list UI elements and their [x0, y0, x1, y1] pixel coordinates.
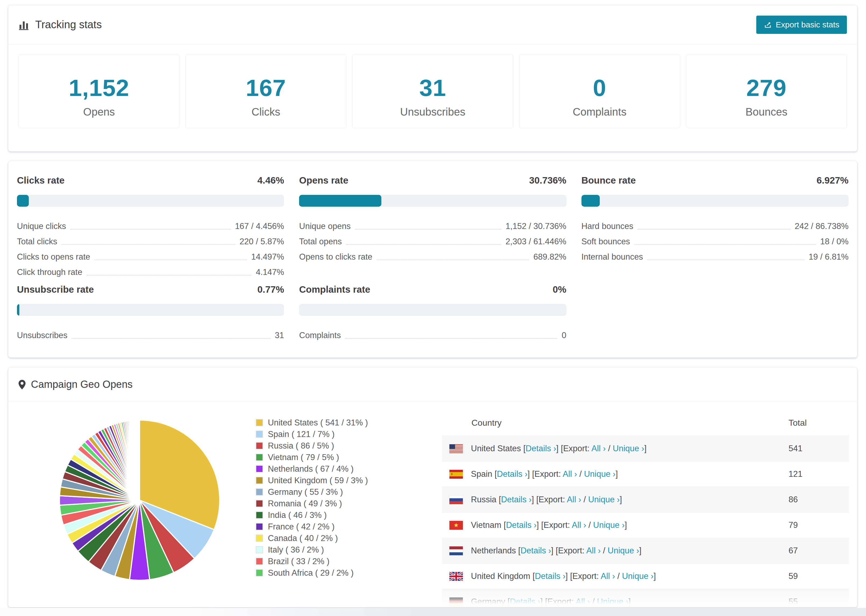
- country-name: United States: [471, 444, 523, 453]
- export-unique-link[interactable]: Unique ›: [597, 597, 628, 606]
- rate-row-value: 2,303 / 61.446%: [505, 237, 567, 247]
- legend-item: Canada ( 40 / 2% ): [256, 533, 406, 544]
- rate-row-label: Opens to clicks rate: [299, 252, 372, 262]
- table-row-es: Spain [Details ›] [Export: All › / Uniqu…: [442, 461, 849, 487]
- summary-stat-box-opens: 1,152Opens: [19, 54, 179, 128]
- bracket-text: /: [581, 495, 588, 504]
- export-unique-link[interactable]: Unique ›: [622, 571, 653, 581]
- dotted-leader: [638, 229, 790, 229]
- country-cell: Russia [Details ›] [Export: All › / Uniq…: [442, 495, 789, 504]
- bracket-text: /: [601, 546, 608, 555]
- rate-row-value: 242 / 86.738%: [795, 222, 849, 232]
- bracket-text: ]: [620, 495, 622, 504]
- rate-row: Hard bounces242 / 86.738%: [581, 216, 849, 232]
- summary-stat-value: 1,152: [19, 74, 179, 102]
- export-all-link[interactable]: All ›: [591, 444, 606, 453]
- export-all-link[interactable]: All ›: [601, 571, 615, 581]
- export-all-link[interactable]: All ›: [563, 469, 577, 479]
- legend-item: Romania ( 49 / 3% ): [256, 498, 406, 509]
- total-cell: 121: [789, 469, 849, 479]
- details-link[interactable]: Details ›: [497, 469, 527, 479]
- details-link[interactable]: Details ›: [520, 546, 551, 555]
- country-name-and-links: United States [Details ›] [Export: All ›…: [471, 444, 647, 453]
- rate-value: 6.927%: [817, 175, 849, 186]
- flag-icon-us: [449, 444, 471, 453]
- legend-item: Netherlands ( 67 / 4% ): [256, 463, 406, 475]
- summary-stat-label: Unsubscribes: [353, 106, 513, 118]
- bracket-text: [: [532, 571, 535, 581]
- rate-row-value: 19 / 6.81%: [809, 252, 849, 262]
- legend-item: Brazil ( 33 / 2% ): [256, 556, 406, 567]
- dotted-leader: [72, 338, 271, 339]
- rate-row-value: 689.82%: [533, 252, 566, 262]
- rate-row-label: Clicks to opens rate: [17, 252, 90, 262]
- export-all-link[interactable]: All ›: [567, 495, 581, 504]
- export-unique-link[interactable]: Unique ›: [588, 495, 620, 504]
- bracket-text: /: [590, 597, 597, 606]
- rate-value: 0%: [553, 284, 567, 295]
- export-unique-link[interactable]: Unique ›: [593, 520, 625, 530]
- legend-label: Italy ( 36 / 2% ): [268, 545, 324, 555]
- rate-progress-track: [581, 195, 849, 207]
- summary-stat-label: Clicks: [186, 106, 346, 118]
- legend-item: Italy ( 36 / 2% ): [256, 544, 406, 556]
- legend-item: Vietnam ( 79 / 5% ): [256, 451, 406, 463]
- bracket-text: /: [586, 520, 593, 530]
- geo-section-title: Campaign Geo Opens: [31, 379, 132, 390]
- country-name-and-links: Netherlands [Details ›] [Export: All › /…: [471, 546, 641, 556]
- country-cell: United States [Details ›] [Export: All ›…: [442, 444, 789, 453]
- rate-row-value: 1,152 / 30.736%: [505, 222, 567, 232]
- legend-label: Spain ( 121 / 7% ): [268, 429, 335, 439]
- dotted-leader: [635, 244, 816, 245]
- bracket-text: [Export:: [545, 597, 576, 606]
- rate-row-value: 14.497%: [251, 252, 284, 262]
- export-unique-link[interactable]: Unique ›: [612, 444, 644, 453]
- rate-title: Unsubscribe rate: [17, 284, 94, 295]
- legend-label: Russia ( 86 / 5% ): [268, 441, 334, 451]
- rate-progress-track: [17, 304, 284, 316]
- flag-icon-nl: [449, 546, 471, 555]
- flag-icon-de: [449, 597, 471, 606]
- export-basic-stats-button[interactable]: Export basic stats: [756, 16, 847, 34]
- rate-row-value: 31: [275, 331, 284, 341]
- rate-row-label: Unsubscribes: [17, 331, 68, 341]
- rate-rows: Unique opens1,152 / 30.736%Total opens2,…: [299, 216, 566, 262]
- geo-panel-header: Campaign Geo Opens: [8, 368, 857, 402]
- details-link[interactable]: Details ›: [506, 520, 537, 530]
- bracket-text: [: [494, 469, 497, 479]
- country-cell: Germany [Details ›] [Export: All › / Uni…: [442, 597, 789, 607]
- details-link[interactable]: Details ›: [526, 444, 556, 453]
- legend-item: France ( 42 / 2% ): [256, 521, 406, 533]
- legend-label: Vietnam ( 79 / 5% ): [268, 453, 339, 462]
- rate-rows: Unsubscribes31: [17, 325, 284, 341]
- bracket-text: ]: [616, 469, 618, 479]
- export-unique-link[interactable]: Unique ›: [584, 469, 615, 479]
- export-all-link[interactable]: All ›: [576, 597, 590, 606]
- bracket-text: [: [507, 597, 510, 606]
- details-link[interactable]: Details ›: [501, 495, 532, 504]
- export-all-link[interactable]: All ›: [586, 546, 601, 555]
- country-name: Germany: [471, 597, 507, 606]
- rate-header: Complaints rate0%: [299, 284, 566, 295]
- details-link[interactable]: Details ›: [535, 571, 565, 581]
- details-link[interactable]: Details ›: [510, 597, 540, 606]
- legend-color-swatch: [256, 431, 263, 438]
- rate-block-bounce-rate: Bounce rate6.927%Hard bounces242 / 86.73…: [581, 175, 849, 278]
- dotted-leader: [61, 244, 235, 245]
- bracket-text: ]: [540, 597, 545, 606]
- rate-row: Clicks to opens rate14.497%: [17, 247, 284, 262]
- rate-row: Internal bounces19 / 6.81%: [581, 247, 849, 262]
- export-unique-link[interactable]: Unique ›: [608, 546, 639, 555]
- rate-value: 0.77%: [257, 284, 284, 295]
- export-all-link[interactable]: All ›: [572, 520, 586, 530]
- geo-table-header-row: Country Total: [442, 410, 849, 436]
- summary-stat-value: 31: [353, 74, 513, 102]
- bracket-text: [: [499, 495, 501, 504]
- legend-color-swatch: [256, 419, 263, 426]
- rates-panel: Clicks rate4.46%Unique clicks167 / 4.456…: [8, 161, 857, 358]
- bracket-text: ]: [628, 597, 631, 606]
- rate-rows: Hard bounces242 / 86.738%Soft bounces18 …: [581, 216, 849, 262]
- summary-stat-value: 279: [687, 74, 847, 102]
- total-cell: 55: [789, 597, 849, 607]
- dotted-leader: [647, 259, 805, 260]
